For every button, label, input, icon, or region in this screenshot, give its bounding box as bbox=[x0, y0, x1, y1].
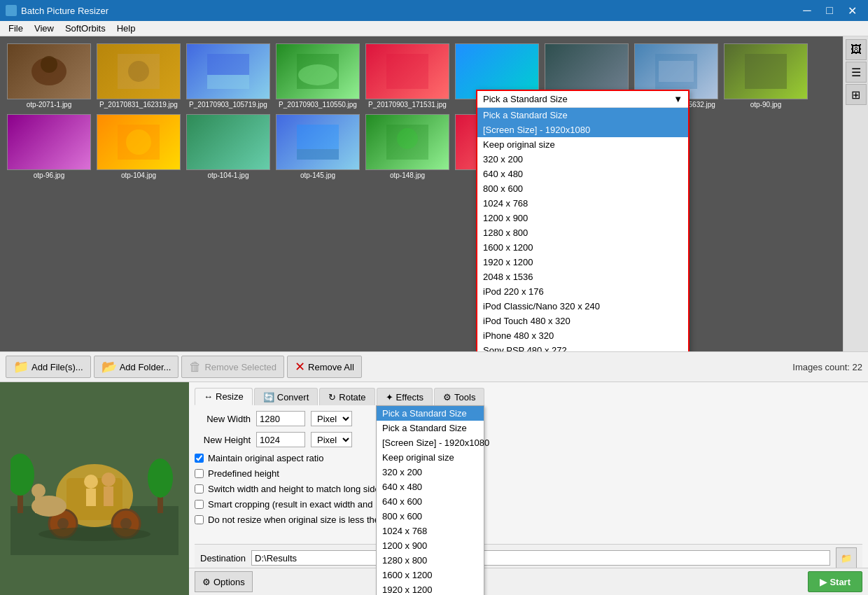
small-dropdown-item[interactable]: Keep original size bbox=[377, 450, 484, 465]
thumb-item[interactable]: otp-104.jpg bbox=[95, 113, 182, 181]
thumb-image bbox=[97, 114, 181, 170]
predefined-height-checkbox[interactable] bbox=[195, 469, 204, 478]
dropdown-item[interactable]: 1920 x 1200 bbox=[477, 255, 688, 270]
menu-file[interactable]: File bbox=[3, 22, 29, 35]
tab-effects[interactable]: ✦ Effects bbox=[377, 388, 433, 405]
view-grid-icon[interactable]: ⊞ bbox=[846, 84, 867, 105]
images-count: Images count: 22 bbox=[792, 362, 862, 372]
small-dropdown-item[interactable]: 1600 x 1200 bbox=[377, 568, 484, 582]
thumb-label: otp-145.jpg bbox=[300, 172, 335, 179]
dropdown-item[interactable]: iPhone 480 x 320 bbox=[477, 328, 688, 343]
dropdown-item[interactable]: 2048 x 1536 bbox=[477, 270, 688, 284]
dropdown-item[interactable]: Sony PSP 480 x 272 bbox=[477, 343, 688, 351]
dropdown-item[interactable]: Keep original size bbox=[477, 137, 688, 152]
width-input[interactable] bbox=[256, 411, 305, 426]
switch-sides-checkbox[interactable] bbox=[195, 484, 204, 493]
smart-cropping-checkbox[interactable] bbox=[195, 500, 204, 509]
dropdown-item[interactable]: 1280 x 800 bbox=[477, 225, 688, 240]
small-dropdown-item[interactable]: 1920 x 1200 bbox=[377, 582, 484, 595]
view-single-icon[interactable]: 🖼 bbox=[846, 39, 867, 60]
small-dropdown-item[interactable]: 640 x 600 bbox=[377, 494, 484, 509]
thumb-item[interactable]: P_20170831_162319.jpg bbox=[95, 42, 182, 110]
view-list-icon[interactable]: ☰ bbox=[846, 62, 867, 83]
options-button[interactable]: ⚙ Options bbox=[195, 571, 253, 592]
dropdown-item[interactable]: 1600 x 1200 bbox=[477, 240, 688, 255]
tab-tools[interactable]: ⚙ Tools bbox=[434, 388, 484, 405]
dropdown-item[interactable]: [Screen Size] - 1920x1080 bbox=[477, 122, 688, 137]
thumb-item[interactable]: otp-96.jpg bbox=[6, 113, 92, 181]
svg-point-7 bbox=[298, 64, 337, 85]
thumb-item[interactable]: otp-148.jpg bbox=[364, 113, 451, 181]
dropdown-item[interactable]: Pick a Standard Size bbox=[477, 108, 688, 122]
remove-selected-button[interactable]: 🗑 Remove Selected bbox=[181, 356, 284, 378]
destination-input[interactable] bbox=[251, 550, 830, 566]
width-row: New Width Pixel % bbox=[195, 411, 862, 426]
dropdown-item[interactable]: iPod Classic/Nano 320 x 240 bbox=[477, 299, 688, 314]
resize-icon: ↔ bbox=[204, 391, 213, 402]
small-dropdown-item[interactable]: 1280 x 800 bbox=[377, 553, 484, 568]
thumb-image bbox=[186, 43, 270, 99]
dropdown-item[interactable]: iPod 220 x 176 bbox=[477, 284, 688, 299]
height-input[interactable] bbox=[256, 432, 305, 447]
controls-area: ↔ Resize 🔄 Convert ↻ Rotate ✦ Effects ⚙ bbox=[189, 382, 868, 595]
add-files-button[interactable]: 📁 Add File(s)... bbox=[6, 356, 91, 378]
width-unit-select[interactable]: Pixel % bbox=[311, 411, 352, 426]
small-dropdown-item[interactable]: 800 x 600 bbox=[377, 509, 484, 524]
dropdown-item[interactable]: 640 x 480 bbox=[477, 167, 688, 181]
thumb-item[interactable]: otp-145.jpg bbox=[274, 113, 361, 181]
close-button[interactable]: ✕ bbox=[841, 0, 862, 21]
thumb-label: P_20170903_105719.jpg bbox=[189, 101, 267, 108]
thumb-image bbox=[276, 43, 360, 99]
thumb-image bbox=[724, 43, 808, 99]
start-button[interactable]: ▶ Start bbox=[808, 571, 862, 592]
dropdown-list[interactable]: Pick a Standard Size [Screen Size] - 192… bbox=[477, 108, 688, 351]
svg-rect-8 bbox=[386, 54, 428, 89]
thumb-item[interactable]: otp-90.jpg bbox=[722, 42, 809, 110]
dropdown-header[interactable]: Pick a Standard Size ▼ bbox=[477, 91, 688, 108]
thumb-label: otp-104.jpg bbox=[121, 172, 156, 179]
small-dropdown-item[interactable]: [Screen Size] - 1920x1080 bbox=[377, 435, 484, 450]
dropdown-title: Pick a Standard Size bbox=[483, 94, 568, 104]
dropdown-item[interactable]: 1200 x 900 bbox=[477, 211, 688, 225]
maintain-aspect-checkbox[interactable] bbox=[195, 454, 204, 463]
small-dropdown-item[interactable]: 1024 x 768 bbox=[377, 524, 484, 538]
svg-point-39 bbox=[148, 458, 173, 498]
thumb-item[interactable]: otp-104-1.jpg bbox=[185, 113, 272, 181]
rotate-icon: ↻ bbox=[328, 392, 336, 402]
dropdown-item[interactable]: iPod Touch 480 x 320 bbox=[477, 314, 688, 328]
do-not-resize-checkbox[interactable] bbox=[195, 515, 204, 524]
minimize-button[interactable]: ─ bbox=[797, 0, 818, 21]
browse-folder-button[interactable]: 📁 bbox=[836, 547, 857, 568]
maximize-button[interactable]: □ bbox=[819, 0, 840, 21]
dropdown-item[interactable]: 320 x 200 bbox=[477, 152, 688, 167]
thumb-item[interactable]: P_20170903_110550.jpg bbox=[274, 42, 361, 110]
thumb-item[interactable]: otp-2071-1.jpg bbox=[6, 42, 92, 110]
standard-size-dropdown[interactable]: Pick a Standard Size ▼ Pick a Standard S… bbox=[476, 90, 690, 351]
thumb-item[interactable]: P_20170903_105719.jpg bbox=[185, 42, 272, 110]
small-dropdown-item[interactable]: Pick a Standard Size bbox=[377, 406, 484, 421]
svg-rect-4 bbox=[207, 54, 249, 75]
remove-all-label: Remove All bbox=[308, 362, 354, 372]
tab-convert[interactable]: 🔄 Convert bbox=[254, 388, 318, 405]
small-dropdown-item[interactable]: 640 x 480 bbox=[377, 479, 484, 494]
tab-resize[interactable]: ↔ Resize bbox=[195, 388, 253, 405]
tab-rotate[interactable]: ↻ Rotate bbox=[319, 388, 374, 405]
predefined-height-label: Predefined height bbox=[208, 468, 279, 479]
thumbnails-grid[interactable]: otp-2071-1.jpg P_20170831_162319.jpg P_2… bbox=[0, 36, 868, 351]
height-unit-select[interactable]: Pixel % bbox=[311, 432, 352, 447]
menu-help[interactable]: Help bbox=[111, 22, 141, 35]
small-dropdown-item[interactable]: 1200 x 900 bbox=[377, 538, 484, 553]
add-folder-button[interactable]: 📂 Add Folder... bbox=[94, 356, 179, 378]
dropdown-item[interactable]: 1024 x 768 bbox=[477, 196, 688, 211]
folder-icon: 📁 bbox=[841, 553, 852, 564]
menu-bar: File View SoftOrbits Help bbox=[0, 21, 868, 36]
remove-all-button[interactable]: ✕ Remove All bbox=[287, 356, 362, 378]
small-dropdown-item[interactable]: 320 x 200 bbox=[377, 465, 484, 479]
menu-softorbits[interactable]: SoftOrbits bbox=[59, 22, 111, 35]
menu-view[interactable]: View bbox=[29, 22, 59, 35]
thumb-item[interactable]: P_20170903_171531.jpg bbox=[364, 42, 451, 110]
dropdown-item[interactable]: 800 x 600 bbox=[477, 181, 688, 196]
thumb-label: otp-96.jpg bbox=[34, 172, 64, 179]
small-dropdown-item[interactable]: Pick a Standard Size bbox=[377, 421, 484, 435]
small-standard-size-dropdown[interactable]: Pick a Standard Size Pick a Standard Siz… bbox=[376, 405, 484, 595]
